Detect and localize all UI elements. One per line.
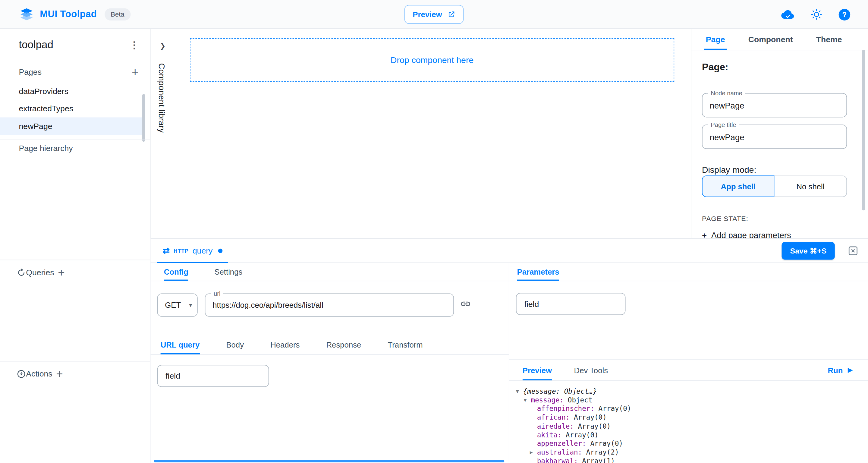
queries-icon	[17, 268, 26, 277]
tab-dev-tools[interactable]: Dev Tools	[574, 360, 608, 380]
json-tree-row: airedale:Array(0)	[516, 422, 868, 431]
cloud-icon[interactable]	[780, 9, 795, 20]
tab-body[interactable]: Body	[226, 335, 244, 354]
toggle-no-shell[interactable]: No shell	[775, 176, 847, 197]
actions-section-label: Actions	[26, 369, 52, 378]
add-page-button[interactable]: +	[128, 65, 142, 79]
tab-parameters[interactable]: Parameters	[517, 263, 559, 281]
unsaved-indicator	[218, 248, 223, 253]
preview-button[interactable]: Preview	[404, 5, 464, 24]
node-name-input[interactable]	[703, 93, 846, 117]
tab-transform[interactable]: Transform	[388, 335, 423, 354]
pages-list: dataProviders extractedTypes newPage	[0, 83, 142, 135]
actions-icon	[17, 369, 26, 378]
json-tree-row[interactable]: ▶australian:Array(2)	[516, 449, 868, 457]
app-title: MUI Toolpad	[40, 9, 97, 20]
pages-list-scrollbar[interactable]	[142, 94, 145, 142]
play-icon: ▶	[848, 367, 852, 374]
tab-config[interactable]: Config	[164, 263, 188, 281]
display-mode-label: Display mode:	[702, 165, 756, 175]
divider	[0, 140, 150, 140]
json-tree-row: bakharwal:Array(1)	[516, 457, 868, 463]
request-tabs: URL query Body Headers Response Transfor…	[151, 335, 509, 355]
queries-section[interactable]: Queries +	[0, 260, 150, 284]
json-tree-row: akita:Array(0)	[516, 431, 868, 440]
external-link-icon	[447, 10, 456, 19]
tab-preview[interactable]: Preview	[523, 360, 552, 380]
parameter-name-input[interactable]	[516, 293, 626, 315]
tab-headers[interactable]: Headers	[270, 335, 300, 354]
query-tab-bar: ⇄ HTTP query Save ⌘+S	[151, 239, 868, 263]
project-name: toolpad	[19, 39, 53, 51]
plus-icon: +	[702, 230, 707, 238]
toggle-app-shell[interactable]: App shell	[702, 176, 775, 197]
chevron-right-icon: ❯	[160, 42, 165, 50]
drop-zone[interactable]: Drop component here	[190, 38, 674, 82]
url-query-param-input[interactable]	[157, 365, 269, 387]
project-menu-icon[interactable]: ⋮	[130, 39, 139, 51]
tab-theme[interactable]: Theme	[816, 29, 842, 50]
query-result-tree: ▼{message: Object…} ▼message:Object affe…	[509, 381, 868, 463]
pages-section-label: Pages	[19, 67, 41, 76]
query-protocol-label: HTTP	[174, 248, 189, 254]
page-item-newpage[interactable]: newPage	[0, 117, 142, 135]
tab-page[interactable]: Page	[706, 29, 725, 50]
json-tree-row[interactable]: ▼{message: Object…}	[516, 388, 868, 396]
expand-arrow-icon[interactable]: ▼	[516, 388, 523, 396]
node-name-field: Node name	[702, 93, 847, 118]
link-icon[interactable]	[460, 299, 471, 310]
component-library-label: Component library	[157, 63, 167, 133]
tab-settings[interactable]: Settings	[214, 263, 242, 281]
json-tree-row: appenzeller:Array(0)	[516, 440, 868, 449]
node-name-label: Node name	[708, 90, 745, 96]
horizontal-scrollbar[interactable]	[154, 460, 504, 462]
tab-response[interactable]: Response	[327, 335, 361, 354]
url-input[interactable]	[205, 294, 453, 316]
json-tree-row: affenpinscher:Array(0)	[516, 405, 868, 413]
tab-component[interactable]: Component	[748, 29, 793, 50]
mui-logo	[20, 8, 33, 21]
json-tree-row[interactable]: ▼message:Object	[516, 396, 868, 405]
chevron-down-icon: ▾	[189, 302, 192, 309]
beta-badge: Beta	[104, 8, 130, 21]
sidebar: toolpad ⋮ Pages + dataProviders extracte…	[0, 29, 151, 463]
expand-arrow-icon[interactable]: ▶	[530, 449, 537, 457]
http-query-icon: ⇄	[163, 246, 170, 256]
queries-section-label: Queries	[26, 268, 54, 277]
brightness-icon[interactable]	[810, 8, 823, 21]
query-editor-panel: ⇄ HTTP query Save ⌘+S Config Settings	[151, 238, 868, 463]
method-select[interactable]: GET ▾	[157, 293, 198, 316]
config-tabs: Config Settings	[151, 263, 509, 281]
canvas: ❯ Component library Drop component here	[151, 29, 691, 238]
add-action-button[interactable]: +	[53, 367, 67, 381]
help-icon[interactable]: ?	[839, 8, 850, 20]
parameters-column: Parameters Preview Dev Tools Run ▶ ▼{mes…	[509, 263, 868, 463]
inspector-panel: Page Component Theme Page: Node name Pag…	[691, 29, 868, 238]
actions-section[interactable]: Actions +	[0, 362, 150, 386]
page-section-title: Page:	[702, 61, 728, 73]
add-page-parameters-button[interactable]: + Add page parameters	[702, 230, 791, 238]
page-title-field: Page title	[702, 124, 847, 149]
page-title-input[interactable]	[703, 125, 846, 148]
expand-arrow-icon[interactable]: ▼	[524, 396, 531, 405]
page-item-dataproviders[interactable]: dataProviders	[0, 83, 142, 100]
url-label: url	[211, 290, 223, 297]
save-button[interactable]: Save ⌘+S	[782, 242, 835, 260]
query-editor-body: Config Settings GET ▾ url UR	[151, 263, 868, 463]
inspector-scrollbar[interactable]	[862, 50, 865, 210]
page-title-label: Page title	[708, 121, 739, 128]
add-query-button[interactable]: +	[54, 265, 69, 280]
run-button[interactable]: Run ▶	[828, 360, 852, 380]
page-hierarchy-label: Page hierarchy	[19, 144, 73, 153]
component-library-toggle[interactable]: ❯ Component library	[151, 29, 173, 238]
query-tab[interactable]: ⇄ HTTP query	[157, 239, 228, 263]
url-field: url	[205, 293, 454, 316]
tab-url-query[interactable]: URL query	[161, 335, 200, 354]
request-config-column: Config Settings GET ▾ url UR	[151, 263, 509, 463]
page-item-extractedtypes[interactable]: extractedTypes	[0, 100, 142, 118]
display-mode-toggle-group: App shell No shell	[702, 176, 847, 197]
json-tree-row: african:Array(0)	[516, 413, 868, 422]
query-name-label: query	[193, 246, 213, 255]
preview-toolbar: Preview Dev Tools Run ▶	[509, 359, 868, 381]
close-panel-icon[interactable]	[848, 246, 858, 256]
